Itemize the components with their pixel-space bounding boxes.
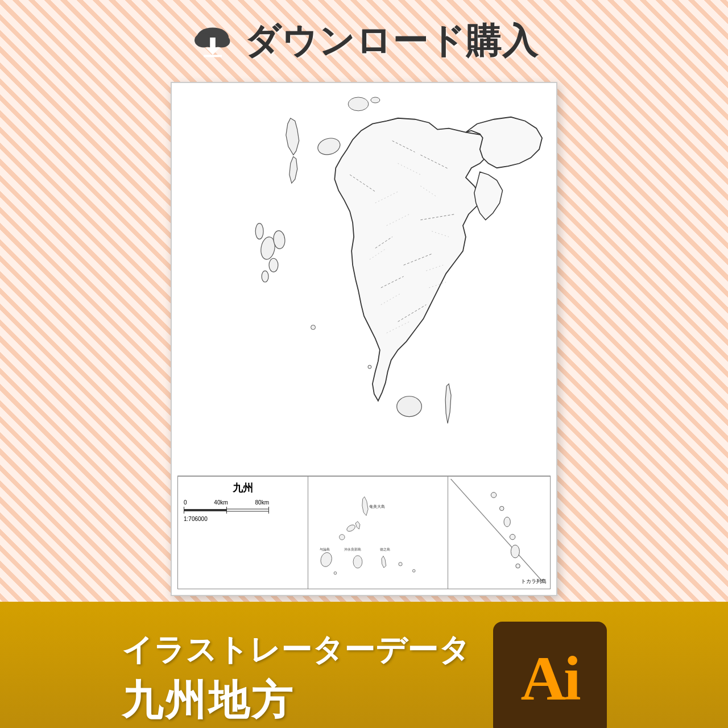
svg-point-41 bbox=[346, 524, 356, 533]
islands-right-svg bbox=[450, 479, 548, 586]
map-bottom-section: 九州 0 40km 80km bbox=[177, 475, 551, 589]
legend-box: 九州 0 40km 80km bbox=[177, 476, 308, 589]
svg-point-11 bbox=[269, 258, 278, 272]
kyushu-map bbox=[177, 89, 551, 475]
svg-point-49 bbox=[399, 562, 402, 566]
svg-rect-39 bbox=[268, 507, 269, 514]
svg-rect-37 bbox=[184, 507, 184, 514]
top-section: 九州 0 40km 80km bbox=[0, 76, 728, 602]
svg-point-12 bbox=[262, 271, 268, 282]
svg-text:沖永良部島: 沖永良部島 bbox=[344, 547, 361, 551]
footer-area: イラストレーターデータ 九州地方 Ai bbox=[0, 602, 728, 728]
svg-point-50 bbox=[412, 569, 415, 572]
map-card: 九州 0 40km 80km bbox=[171, 82, 557, 596]
header-title: ダウンロード購入 bbox=[245, 17, 539, 65]
scale-ratio: 1:706000 bbox=[184, 516, 208, 522]
cloud-download-icon bbox=[190, 24, 235, 58]
ai-badge-text: Ai bbox=[521, 647, 579, 710]
svg-text:徳之島: 徳之島 bbox=[380, 547, 390, 551]
svg-point-2 bbox=[213, 35, 230, 47]
svg-point-48 bbox=[334, 572, 337, 574]
svg-point-42 bbox=[340, 535, 345, 540]
svg-point-7 bbox=[371, 97, 380, 103]
ai-badge[interactable]: Ai bbox=[493, 622, 607, 728]
svg-text:奄美大島: 奄美大島 bbox=[369, 504, 385, 509]
tokara-label: トカラ列島 bbox=[521, 578, 547, 585]
map-card-inner: 九州 0 40km 80km bbox=[172, 83, 556, 595]
svg-rect-36 bbox=[226, 509, 269, 511]
svg-point-8 bbox=[316, 136, 342, 157]
svg-rect-5 bbox=[204, 55, 222, 57]
svg-point-13 bbox=[255, 224, 263, 239]
scale-labels: 0 40km 80km bbox=[184, 499, 269, 506]
svg-point-46 bbox=[319, 551, 333, 568]
svg-text:与論島: 与論島 bbox=[320, 547, 330, 551]
svg-marker-4 bbox=[205, 48, 220, 55]
scale-label-0: 0 bbox=[184, 499, 187, 506]
scale-graphic-svg bbox=[184, 507, 269, 514]
svg-point-57 bbox=[516, 564, 520, 568]
svg-point-6 bbox=[348, 97, 369, 111]
footer-text-block: イラストレーターデータ 九州地方 bbox=[122, 630, 470, 728]
svg-rect-35 bbox=[184, 509, 226, 511]
islands-right: トカラ列島 bbox=[448, 476, 551, 589]
svg-point-56 bbox=[511, 545, 519, 558]
header-area: ダウンロード購入 bbox=[0, 0, 728, 76]
svg-point-34 bbox=[397, 396, 422, 417]
svg-point-53 bbox=[499, 506, 504, 511]
main-container: ダウンロード購入 bbox=[0, 0, 728, 728]
islands-left: 奄美大島 与論島 沖永良部島 徳之島 bbox=[308, 476, 448, 589]
footer-line1: イラストレーターデータ bbox=[122, 630, 470, 671]
scale-label-40: 40km bbox=[214, 499, 228, 506]
scale-bar: 0 40km 80km 1:706000 bbox=[184, 499, 302, 522]
svg-point-32 bbox=[368, 365, 371, 369]
svg-point-55 bbox=[510, 534, 515, 539]
legend-title: 九州 bbox=[184, 481, 302, 495]
svg-rect-38 bbox=[226, 507, 227, 514]
svg-point-33 bbox=[311, 325, 316, 330]
svg-point-47 bbox=[353, 556, 362, 568]
scale-label-80: 80km bbox=[255, 499, 269, 506]
islands-left-svg: 奄美大島 与論島 沖永良部島 徳之島 bbox=[311, 479, 445, 586]
svg-point-54 bbox=[504, 517, 510, 527]
footer-line2: 九州地方 bbox=[122, 673, 295, 728]
svg-point-52 bbox=[491, 493, 496, 498]
